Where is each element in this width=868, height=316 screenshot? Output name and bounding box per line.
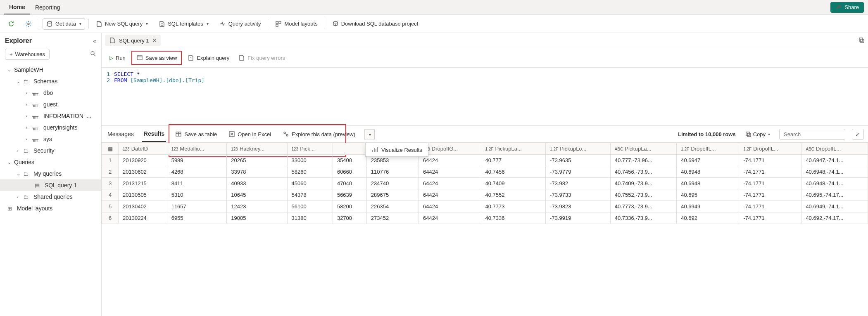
cell[interactable]: 273452: [366, 212, 419, 224]
results-grid-wrap[interactable]: Visualize Results ▦123DateID123Medallio.…: [102, 143, 868, 316]
cell[interactable]: -74.1771: [739, 155, 801, 166]
tree-samplewh[interactable]: ⌄SampleWH: [0, 64, 101, 75]
settings-button[interactable]: [21, 18, 36, 30]
duplicate-icon[interactable]: [858, 37, 865, 45]
column-header[interactable]: 123Hackney...: [227, 143, 287, 155]
cell[interactable]: 40.6947,-74.1...: [801, 155, 868, 166]
tab-home[interactable]: Home: [4, 0, 30, 14]
column-header[interactable]: 1.2FDropoffL...: [677, 143, 739, 155]
collapse-sidebar-button[interactable]: «: [93, 38, 96, 44]
tree-my-queries[interactable]: ⌄🗀 My queries: [0, 168, 101, 179]
tree-sys[interactable]: ›ᚄ sys: [0, 133, 101, 145]
tree-security[interactable]: ›🗀 Security: [0, 145, 101, 156]
cell[interactable]: 40.7773: [481, 201, 546, 212]
cell[interactable]: 47040: [333, 178, 366, 189]
column-header[interactable]: ABCPickupLa...: [610, 143, 677, 155]
cell[interactable]: 60660: [333, 166, 366, 178]
column-header[interactable]: 1.2FDropoffL...: [739, 143, 801, 155]
cell[interactable]: 40.6947: [677, 155, 739, 166]
save-as-view-button[interactable]: Save as view: [133, 52, 181, 63]
add-warehouses-button[interactable]: + Warehouses: [5, 49, 50, 60]
cell[interactable]: 40.695: [677, 189, 739, 201]
cell[interactable]: 5: [102, 201, 119, 212]
cell[interactable]: 54378: [287, 189, 333, 201]
cell[interactable]: 4268: [167, 166, 227, 178]
cell[interactable]: 64424: [419, 166, 481, 178]
cell[interactable]: 40.6949,-74.1...: [801, 201, 868, 212]
tree-queries[interactable]: ⌄Queries: [0, 156, 101, 168]
explain-query-button[interactable]: Explain query: [184, 52, 233, 63]
cell[interactable]: -73.9823: [546, 201, 611, 212]
cell[interactable]: 40.6948: [677, 166, 739, 178]
copy-button[interactable]: Copy▾: [742, 129, 773, 139]
new-sql-query-button[interactable]: New SQL query▾: [92, 18, 152, 30]
tree-shared-queries[interactable]: ›🗀 Shared queries: [0, 191, 101, 203]
cell[interactable]: 4: [102, 189, 119, 201]
cell[interactable]: 40.692: [677, 212, 739, 224]
cell[interactable]: 40.7409,-73.9...: [610, 178, 677, 189]
table-row[interactable]: 4201305055310106455437856639289675644244…: [102, 189, 868, 201]
cell[interactable]: 20130920: [119, 155, 167, 166]
cell[interactable]: 56100: [287, 201, 333, 212]
cell[interactable]: 64424: [419, 178, 481, 189]
cell[interactable]: -73.9635: [546, 155, 611, 166]
cell[interactable]: 11657: [167, 201, 227, 212]
cell[interactable]: 31380: [287, 212, 333, 224]
cell[interactable]: 20130402: [119, 201, 167, 212]
cell[interactable]: 1: [102, 155, 119, 166]
cell[interactable]: 40.7409: [481, 178, 546, 189]
column-header[interactable]: 1.2FPickupLa...: [481, 143, 546, 155]
cell[interactable]: -73.9733: [546, 189, 611, 201]
cell[interactable]: 33000: [287, 155, 333, 166]
cell[interactable]: 40.7336: [481, 212, 546, 224]
cell[interactable]: 20130505: [119, 189, 167, 201]
cell[interactable]: 20265: [227, 155, 287, 166]
tree-queryinsights[interactable]: ›ᚄ queryinsights: [0, 122, 101, 133]
explore-data-button[interactable]: Explore this data (preview): [280, 129, 358, 139]
table-row[interactable]: 6201302246955190053138032700273452644244…: [102, 212, 868, 224]
cell[interactable]: 12423: [227, 201, 287, 212]
results-more-dropdown[interactable]: ▾: [364, 129, 375, 139]
cell[interactable]: 20130602: [119, 166, 167, 178]
results-tab[interactable]: Results: [142, 126, 166, 142]
tree-dbo[interactable]: ›ᚄ dbo: [0, 87, 101, 99]
cell[interactable]: -74.1771: [739, 189, 801, 201]
save-as-table-button[interactable]: Save as table: [173, 129, 219, 139]
cell[interactable]: 45060: [287, 178, 333, 189]
cell[interactable]: 3: [102, 178, 119, 189]
column-header[interactable]: 123DateID: [119, 143, 167, 155]
cell[interactable]: -74.1771: [739, 201, 801, 212]
cell[interactable]: 40.6948,-74.1...: [801, 178, 868, 189]
cell[interactable]: 6: [102, 212, 119, 224]
cell[interactable]: 289675: [366, 189, 419, 201]
cell[interactable]: 32700: [333, 212, 366, 224]
cell[interactable]: 40.777,-73.96...: [610, 155, 677, 166]
tree-sql-query-1[interactable]: ▤ SQL query 1: [0, 179, 101, 191]
cell[interactable]: 56639: [333, 189, 366, 201]
column-header[interactable]: 123Medallio...: [167, 143, 227, 155]
table-row[interactable]: 3201312158411409334506047040234740644244…: [102, 178, 868, 189]
column-header[interactable]: 123Pick...: [287, 143, 333, 155]
cell[interactable]: 20130224: [119, 212, 167, 224]
cell[interactable]: 64424: [419, 212, 481, 224]
sql-templates-button[interactable]: SQL templates▾: [155, 18, 212, 30]
cell[interactable]: 110776: [366, 166, 419, 178]
cell[interactable]: 33978: [227, 166, 287, 178]
cell[interactable]: 35400: [333, 155, 366, 166]
close-tab-button[interactable]: ✕: [152, 38, 157, 43]
cell[interactable]: 40.6949: [677, 201, 739, 212]
column-header[interactable]: ABCDropoffL...: [801, 143, 868, 155]
cell[interactable]: 40.777: [481, 155, 546, 166]
run-button[interactable]: ▷Run: [106, 53, 129, 63]
cell[interactable]: 20131215: [119, 178, 167, 189]
cell[interactable]: 2: [102, 166, 119, 178]
grid-corner[interactable]: ▦: [102, 143, 119, 155]
share-button[interactable]: Share: [830, 2, 864, 13]
query-activity-button[interactable]: Query activity: [216, 18, 265, 30]
cell[interactable]: 64424: [419, 201, 481, 212]
messages-tab[interactable]: Messages: [106, 127, 136, 141]
open-in-excel-button[interactable]: Open in Excel: [226, 129, 273, 139]
table-row[interactable]: 1201309205989202653300035400235853644244…: [102, 155, 868, 166]
cell[interactable]: -73.9919: [546, 212, 611, 224]
cell[interactable]: 40.692,-74.17...: [801, 212, 868, 224]
